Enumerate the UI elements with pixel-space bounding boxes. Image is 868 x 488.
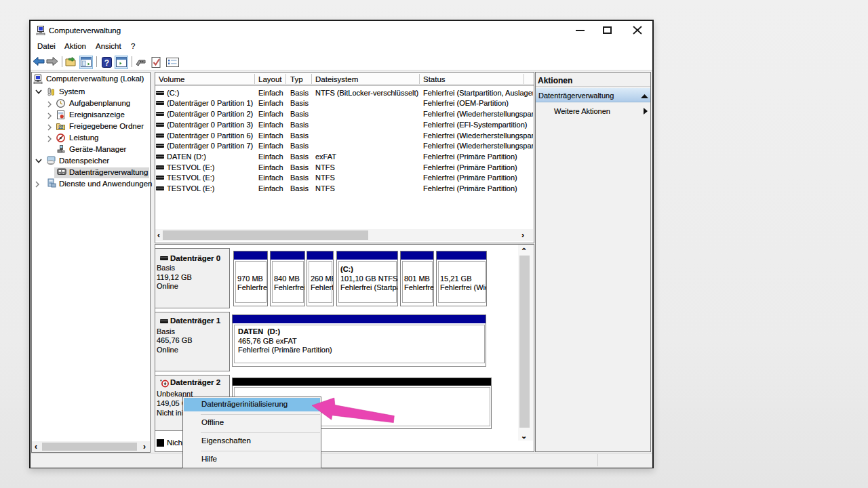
svg-text:22: 22 [58,125,64,129]
svg-text:?: ? [104,58,109,68]
